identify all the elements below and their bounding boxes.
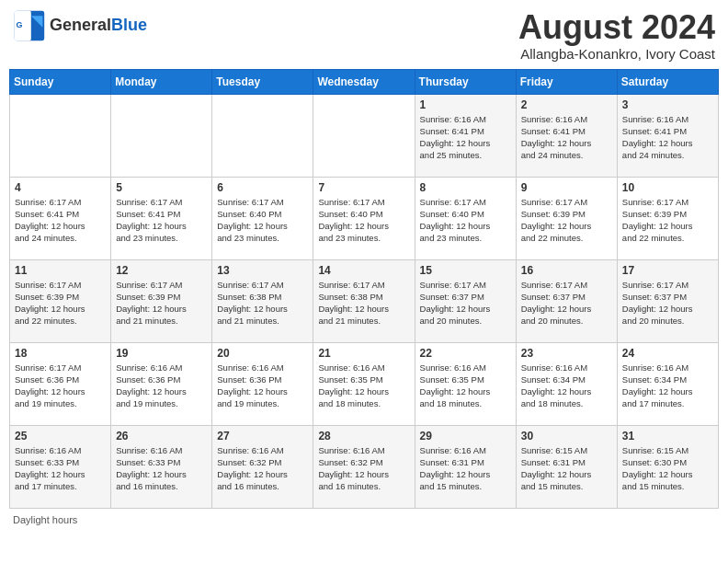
day-number: 3 — [622, 98, 713, 111]
calendar-cell: 17Sunrise: 6:17 AMSunset: 6:37 PMDayligh… — [617, 259, 718, 342]
day-info: Sunrise: 6:17 AMSunset: 6:37 PMDaylight:… — [420, 279, 511, 327]
day-number: 5 — [116, 181, 207, 194]
col-header-wednesday: Wednesday — [313, 69, 415, 94]
day-info: Sunrise: 6:17 AMSunset: 6:40 PMDaylight:… — [318, 196, 409, 245]
footer-text: Daylight hours — [13, 514, 77, 525]
calendar-cell — [313, 94, 415, 177]
day-number: 10 — [622, 181, 713, 194]
day-info: Sunrise: 6:16 AMSunset: 6:35 PMDaylight:… — [420, 362, 511, 410]
day-info: Sunrise: 6:16 AMSunset: 6:32 PMDaylight:… — [318, 444, 409, 493]
calendar-week-row: 1Sunrise: 6:16 AMSunset: 6:41 PMDaylight… — [10, 94, 719, 177]
calendar-cell: 7Sunrise: 6:17 AMSunset: 6:40 PMDaylight… — [313, 177, 415, 259]
calendar-cell: 8Sunrise: 6:17 AMSunset: 6:40 PMDaylight… — [415, 177, 516, 259]
calendar-cell: 29Sunrise: 6:16 AMSunset: 6:31 PMDayligh… — [415, 425, 516, 508]
calendar-week-row: 25Sunrise: 6:16 AMSunset: 6:33 PMDayligh… — [10, 425, 719, 508]
calendar-table: SundayMondayTuesdayWednesdayThursdayFrid… — [9, 69, 719, 509]
calendar-cell: 31Sunrise: 6:15 AMSunset: 6:30 PMDayligh… — [617, 425, 718, 508]
day-number: 12 — [116, 264, 207, 277]
calendar-week-row: 4Sunrise: 6:17 AMSunset: 6:41 PMDaylight… — [10, 177, 719, 259]
calendar-cell: 10Sunrise: 6:17 AMSunset: 6:39 PMDayligh… — [617, 177, 718, 259]
day-info: Sunrise: 6:17 AMSunset: 6:40 PMDaylight:… — [420, 196, 511, 245]
calendar-cell: 22Sunrise: 6:16 AMSunset: 6:35 PMDayligh… — [415, 342, 516, 425]
day-info: Sunrise: 6:16 AMSunset: 6:34 PMDaylight:… — [521, 362, 612, 410]
calendar-cell: 4Sunrise: 6:17 AMSunset: 6:41 PMDaylight… — [10, 177, 111, 259]
logo: G GeneralBlue — [13, 9, 147, 42]
day-number: 17 — [622, 264, 713, 277]
day-number: 27 — [217, 430, 308, 442]
day-number: 14 — [318, 264, 409, 277]
title-area: August 2024 Allangba-Konankro, Ivory Coa… — [518, 9, 715, 62]
calendar-cell: 13Sunrise: 6:17 AMSunset: 6:38 PMDayligh… — [212, 259, 313, 342]
day-info: Sunrise: 6:16 AMSunset: 6:41 PMDaylight:… — [420, 113, 511, 162]
day-info: Sunrise: 6:16 AMSunset: 6:34 PMDaylight:… — [622, 362, 713, 410]
calendar-cell: 20Sunrise: 6:16 AMSunset: 6:36 PMDayligh… — [212, 342, 313, 425]
calendar-cell: 5Sunrise: 6:17 AMSunset: 6:41 PMDaylight… — [111, 177, 212, 259]
calendar-cell: 11Sunrise: 6:17 AMSunset: 6:39 PMDayligh… — [10, 259, 111, 342]
day-info: Sunrise: 6:17 AMSunset: 6:39 PMDaylight:… — [521, 196, 612, 245]
calendar-cell — [212, 94, 313, 177]
day-info: Sunrise: 6:16 AMSunset: 6:36 PMDaylight:… — [116, 362, 207, 410]
calendar-cell: 30Sunrise: 6:15 AMSunset: 6:31 PMDayligh… — [516, 425, 617, 508]
day-info: Sunrise: 6:15 AMSunset: 6:30 PMDaylight:… — [622, 444, 713, 493]
day-number: 30 — [521, 430, 612, 442]
day-number: 4 — [15, 181, 106, 194]
day-number: 15 — [420, 264, 511, 277]
day-number: 9 — [521, 181, 612, 194]
day-info: Sunrise: 6:16 AMSunset: 6:33 PMDaylight:… — [15, 444, 106, 493]
calendar-header-row: SundayMondayTuesdayWednesdayThursdayFrid… — [10, 69, 719, 94]
calendar-cell: 12Sunrise: 6:17 AMSunset: 6:39 PMDayligh… — [111, 259, 212, 342]
calendar-cell — [10, 94, 111, 177]
day-number: 31 — [622, 430, 713, 442]
day-number: 2 — [521, 98, 612, 111]
day-info: Sunrise: 6:17 AMSunset: 6:37 PMDaylight:… — [622, 279, 713, 327]
day-number: 19 — [116, 347, 207, 360]
calendar-cell: 16Sunrise: 6:17 AMSunset: 6:37 PMDayligh… — [516, 259, 617, 342]
calendar-cell: 26Sunrise: 6:16 AMSunset: 6:33 PMDayligh… — [111, 425, 212, 508]
day-info: Sunrise: 6:17 AMSunset: 6:39 PMDaylight:… — [622, 196, 713, 245]
col-header-sunday: Sunday — [10, 69, 111, 94]
day-number: 20 — [217, 347, 308, 360]
calendar-cell: 28Sunrise: 6:16 AMSunset: 6:32 PMDayligh… — [313, 425, 415, 508]
day-number: 23 — [521, 347, 612, 360]
calendar-cell: 27Sunrise: 6:16 AMSunset: 6:32 PMDayligh… — [212, 425, 313, 508]
day-info: Sunrise: 6:16 AMSunset: 6:41 PMDaylight:… — [622, 113, 713, 162]
col-header-tuesday: Tuesday — [212, 69, 313, 94]
calendar-cell: 15Sunrise: 6:17 AMSunset: 6:37 PMDayligh… — [415, 259, 516, 342]
calendar-cell: 14Sunrise: 6:17 AMSunset: 6:38 PMDayligh… — [313, 259, 415, 342]
day-number: 7 — [318, 181, 409, 194]
logo-text: GeneralBlue — [50, 17, 147, 35]
logo-icon: G — [13, 9, 46, 42]
calendar-cell: 21Sunrise: 6:16 AMSunset: 6:35 PMDayligh… — [313, 342, 415, 425]
calendar-cell: 3Sunrise: 6:16 AMSunset: 6:41 PMDaylight… — [617, 94, 718, 177]
day-info: Sunrise: 6:17 AMSunset: 6:38 PMDaylight:… — [318, 279, 409, 327]
day-info: Sunrise: 6:17 AMSunset: 6:40 PMDaylight:… — [217, 196, 308, 245]
day-number: 26 — [116, 430, 207, 442]
col-header-thursday: Thursday — [415, 69, 516, 94]
day-info: Sunrise: 6:16 AMSunset: 6:33 PMDaylight:… — [116, 444, 207, 493]
calendar-cell: 19Sunrise: 6:16 AMSunset: 6:36 PMDayligh… — [111, 342, 212, 425]
day-info: Sunrise: 6:17 AMSunset: 6:39 PMDaylight:… — [116, 279, 207, 327]
day-number: 22 — [420, 347, 511, 360]
calendar-cell: 6Sunrise: 6:17 AMSunset: 6:40 PMDaylight… — [212, 177, 313, 259]
calendar-cell: 1Sunrise: 6:16 AMSunset: 6:41 PMDaylight… — [415, 94, 516, 177]
day-info: Sunrise: 6:16 AMSunset: 6:36 PMDaylight:… — [217, 362, 308, 410]
calendar-cell: 18Sunrise: 6:17 AMSunset: 6:36 PMDayligh… — [10, 342, 111, 425]
calendar-title: August 2024 — [518, 9, 715, 46]
calendar-cell: 2Sunrise: 6:16 AMSunset: 6:41 PMDaylight… — [516, 94, 617, 177]
day-info: Sunrise: 6:15 AMSunset: 6:31 PMDaylight:… — [521, 444, 612, 493]
day-number: 25 — [15, 430, 106, 442]
day-number: 29 — [420, 430, 511, 442]
day-info: Sunrise: 6:17 AMSunset: 6:36 PMDaylight:… — [15, 362, 106, 410]
day-info: Sunrise: 6:17 AMSunset: 6:41 PMDaylight:… — [116, 196, 207, 245]
calendar-cell: 9Sunrise: 6:17 AMSunset: 6:39 PMDaylight… — [516, 177, 617, 259]
svg-text:G: G — [17, 20, 23, 29]
day-info: Sunrise: 6:17 AMSunset: 6:39 PMDaylight:… — [15, 279, 106, 327]
day-info: Sunrise: 6:16 AMSunset: 6:35 PMDaylight:… — [318, 362, 409, 410]
day-info: Sunrise: 6:16 AMSunset: 6:31 PMDaylight:… — [420, 444, 511, 493]
day-number: 13 — [217, 264, 308, 277]
day-number: 1 — [420, 98, 511, 111]
calendar-cell: 25Sunrise: 6:16 AMSunset: 6:33 PMDayligh… — [10, 425, 111, 508]
day-number: 28 — [318, 430, 409, 442]
page-header: G GeneralBlue August 2024 Allangba-Konan… — [9, 9, 719, 62]
calendar-cell — [111, 94, 212, 177]
